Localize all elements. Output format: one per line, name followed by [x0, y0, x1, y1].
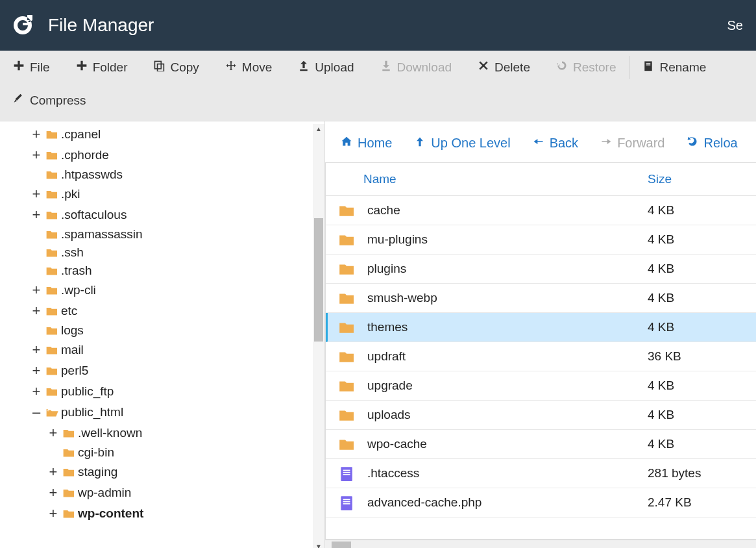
file-name: cache	[356, 203, 648, 218]
tree-label: .htpasswds	[61, 168, 123, 182]
expand-icon[interactable]: +	[31, 303, 42, 319]
folder-icon	[44, 284, 58, 296]
sidebar-scrollbar[interactable]: ▲ ▼	[313, 124, 324, 548]
tree-label: .cphorde	[61, 148, 109, 162]
upload-button[interactable]: Upload	[285, 51, 367, 84]
table-row[interactable]: advanced-cache.php2.47 KB	[326, 488, 756, 517]
toolbar-label: File	[30, 60, 50, 75]
folder-icon	[44, 344, 58, 356]
expand-icon[interactable]: +	[31, 126, 42, 143]
content-panel: HomeUp One LevelBackForwardReloa Name Si…	[324, 121, 756, 548]
toolbar-label: Folder	[93, 60, 128, 75]
expand-icon[interactable]: +	[48, 505, 58, 522]
tree-node-publichtml[interactable]: –public_html	[5, 402, 313, 423]
tree-node-cpanel[interactable]: +.cpanel	[5, 124, 313, 145]
copy-button[interactable]: Copy	[140, 51, 212, 84]
file-icon	[336, 466, 356, 481]
folder-tree: +.cpanel+.cphorde.htpasswds+.pki+.softac…	[0, 124, 313, 524]
folder-icon	[336, 436, 356, 452]
table-row[interactable]: wpo-cache4 KB	[326, 430, 756, 459]
table-row[interactable]: mu-plugins4 KB	[326, 225, 756, 255]
forward-button: Forward	[600, 136, 665, 151]
folder-icon	[61, 508, 75, 519]
tree-node-publicftp[interactable]: +public_ftp	[5, 381, 313, 402]
file-size: 4 KB	[648, 379, 738, 393]
file-name: mu-plugins	[356, 232, 648, 247]
plus-icon	[13, 60, 25, 75]
expand-icon[interactable]: +	[31, 206, 42, 223]
expand-icon[interactable]: +	[48, 464, 58, 480]
file-table: Name Size cache4 KBmu-plugins4 KBplugins…	[325, 162, 756, 540]
rename-button[interactable]: Rename	[629, 51, 719, 84]
tree-node-spamassassin[interactable]: .spamassassin	[5, 225, 313, 243]
expand-icon[interactable]: +	[31, 342, 42, 358]
file-size: 281 bytes	[648, 466, 738, 480]
folder-icon	[336, 290, 356, 306]
tree-node-staging[interactable]: +staging	[5, 462, 313, 482]
tree-node-wellknown[interactable]: +.well-known	[5, 423, 313, 443]
expand-icon[interactable]: +	[31, 147, 42, 164]
expand-icon[interactable]: +	[31, 362, 42, 379]
table-row[interactable]: updraft36 KB	[326, 342, 756, 371]
home-button[interactable]: Home	[341, 136, 392, 151]
reloa-button[interactable]: Reloa	[687, 136, 737, 151]
hscroll-thumb[interactable]	[332, 542, 351, 548]
move-button[interactable]: Move	[212, 51, 285, 84]
file-name: themes	[356, 320, 648, 334]
folder-button[interactable]: Folder	[63, 51, 141, 84]
scroll-down-icon[interactable]: ▼	[315, 542, 322, 548]
expand-icon[interactable]: +	[31, 383, 42, 400]
tree-label: .cpanel	[61, 127, 101, 142]
app-title: File Manager	[48, 15, 154, 36]
tree-label: .well-known	[78, 426, 142, 440]
tree-label: mail	[61, 343, 84, 357]
copy-icon	[153, 60, 165, 75]
table-row[interactable]: uploads4 KB	[326, 401, 756, 430]
expand-icon[interactable]: +	[48, 484, 58, 501]
table-row[interactable]: plugins4 KB	[326, 255, 756, 284]
folder-icon	[44, 188, 58, 200]
tree-node-perl5[interactable]: +perl5	[5, 360, 313, 381]
tree-node-pki[interactable]: +.pki	[5, 184, 313, 205]
table-row[interactable]: cache4 KB	[326, 196, 756, 225]
file-button[interactable]: File	[0, 51, 63, 84]
expand-icon[interactable]: –	[31, 404, 42, 421]
expand-icon[interactable]: +	[48, 425, 58, 442]
tree-label: logs	[61, 323, 84, 338]
forward-icon	[600, 136, 612, 151]
file-size: 4 KB	[648, 232, 738, 247]
column-size[interactable]: Size	[648, 172, 738, 186]
tree-node-cphorde[interactable]: +.cphorde	[5, 145, 313, 166]
tree-node-mail[interactable]: +mail	[5, 340, 313, 360]
tree-node-logs[interactable]: logs	[5, 321, 313, 340]
table-row[interactable]: themes4 KB	[326, 313, 756, 342]
table-row[interactable]: .htaccess281 bytes	[326, 459, 756, 488]
tree-node-wpadmin[interactable]: +wp-admin	[5, 482, 313, 503]
tree-node-softaculous[interactable]: +.softaculous	[5, 205, 313, 225]
table-row[interactable]: upgrade4 KB	[326, 371, 756, 401]
compress-button[interactable]: Compress	[0, 84, 99, 117]
delete-button[interactable]: Delete	[465, 51, 543, 84]
expand-icon[interactable]: +	[31, 282, 42, 299]
column-name[interactable]: Name	[336, 172, 648, 186]
scroll-up-icon[interactable]: ▲	[315, 124, 322, 134]
tree-node-wpcontent[interactable]: +wp-content	[5, 503, 313, 524]
move-icon	[225, 60, 237, 75]
table-row[interactable]: smush-webp4 KB	[326, 284, 756, 313]
tree-node-wpcli[interactable]: +.wp-cli	[5, 280, 313, 301]
back-button[interactable]: Back	[533, 136, 578, 151]
tree-node-cgibin[interactable]: cgi-bin	[5, 443, 313, 462]
folder-icon	[336, 407, 356, 423]
tree-node-htpasswds[interactable]: .htpasswds	[5, 166, 313, 184]
expand-icon[interactable]: +	[31, 186, 42, 203]
home-icon	[341, 136, 352, 151]
horizontal-scrollbar[interactable]	[325, 540, 756, 548]
scroll-thumb[interactable]	[314, 218, 323, 342]
tree-node-etc[interactable]: +etc	[5, 301, 313, 321]
tree-label: .ssh	[61, 245, 84, 260]
file-size: 36 KB	[648, 349, 738, 364]
table-header: Name Size	[326, 163, 756, 196]
tree-node-trash[interactable]: .trash	[5, 262, 313, 280]
tree-node-ssh[interactable]: .ssh	[5, 243, 313, 262]
up-one-level-button[interactable]: Up One Level	[414, 136, 510, 151]
